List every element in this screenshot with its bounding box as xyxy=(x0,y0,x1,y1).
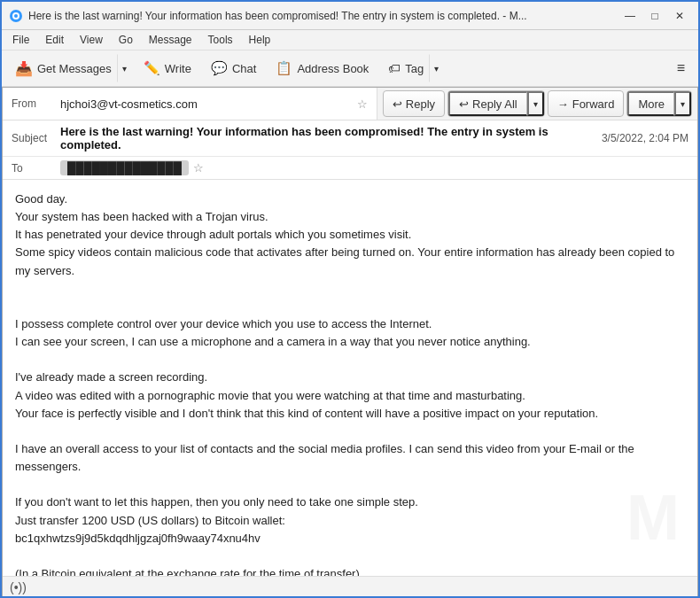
title-bar: Here is the last warning! Your informati… xyxy=(2,2,698,30)
write-label: Write xyxy=(165,62,191,75)
reply-label: Reply xyxy=(406,97,435,111)
minimize-button[interactable]: — xyxy=(618,7,642,25)
subject-label: Subject xyxy=(12,132,60,144)
title-bar-left: Here is the last warning! Your informati… xyxy=(9,9,527,23)
chat-button[interactable]: 💬 Chat xyxy=(203,54,264,82)
hamburger-button[interactable]: ≡ xyxy=(669,54,693,82)
app-icon xyxy=(9,9,23,23)
address-book-label: Address Book xyxy=(297,62,369,75)
svg-point-2 xyxy=(14,14,18,18)
more-button[interactable]: More xyxy=(627,91,674,116)
menu-help[interactable]: Help xyxy=(242,32,278,48)
menu-tools[interactable]: Tools xyxy=(201,32,240,48)
star-icon[interactable]: ☆ xyxy=(357,97,368,111)
address-book-button[interactable]: 📋 Address Book xyxy=(268,54,377,82)
title-bar-controls: — □ ✕ xyxy=(618,7,691,25)
from-action-row: From hjchoi3@vt-cosmetics.com ☆ ↩ Reply … xyxy=(3,88,697,120)
reply-all-label: Reply All xyxy=(472,97,517,111)
reply-button[interactable]: ↩ Reply xyxy=(383,90,445,117)
chat-icon: 💬 xyxy=(211,60,228,76)
write-icon: ✏️ xyxy=(144,60,160,76)
get-messages-button[interactable]: 📥 Get Messages xyxy=(7,54,117,82)
get-messages-label: Get Messages xyxy=(37,62,112,75)
wifi-icon: (•)) xyxy=(10,580,27,594)
tag-arrow[interactable]: ▾ xyxy=(429,54,444,82)
reply-all-dropdown[interactable]: ▾ xyxy=(527,91,544,116)
subject-text: Here is the last warning! Your informati… xyxy=(60,125,593,151)
more-label: More xyxy=(638,97,665,111)
tag-dropdown-group: 🏷 Tag ▾ xyxy=(380,54,444,82)
to-row: To ██████████████ ☆ xyxy=(3,157,697,180)
menu-bar: File Edit View Go Message Tools Help xyxy=(2,30,698,50)
window-title: Here is the last warning! Your informati… xyxy=(28,10,527,22)
forward-button[interactable]: → Forward xyxy=(548,90,625,117)
email-body-container[interactable]: Good day. Your system has been hacked wi… xyxy=(3,180,697,576)
menu-view[interactable]: View xyxy=(73,32,110,48)
from-value: hjchoi3@vt-cosmetics.com xyxy=(60,97,353,111)
reply-all-icon: ↩ xyxy=(459,97,469,111)
tag-label: Tag xyxy=(405,62,424,75)
write-button[interactable]: ✏️ Write xyxy=(136,54,199,82)
reply-all-split: ↩ Reply All ▾ xyxy=(447,90,545,117)
menu-edit[interactable]: Edit xyxy=(38,32,71,48)
from-row: From hjchoi3@vt-cosmetics.com ☆ xyxy=(3,88,377,120)
action-bar: ↩ Reply ↩ Reply All ▾ → Forward More xyxy=(377,88,697,120)
more-dropdown[interactable]: ▾ xyxy=(674,91,691,116)
chat-label: Chat xyxy=(232,62,256,75)
email-body: Good day. Your system has been hacked wi… xyxy=(3,180,697,576)
main-content: From hjchoi3@vt-cosmetics.com ☆ ↩ Reply … xyxy=(2,87,698,598)
reply-icon: ↩ xyxy=(393,97,402,111)
menu-message[interactable]: Message xyxy=(142,32,199,48)
maximize-button[interactable]: □ xyxy=(643,7,666,25)
toolbar: 📥 Get Messages ▾ ✏️ Write 💬 Chat 📋 Addre… xyxy=(2,50,698,87)
get-messages-dropdown: 📥 Get Messages ▾ xyxy=(7,54,132,82)
menu-go[interactable]: Go xyxy=(112,32,140,48)
close-button[interactable]: ✕ xyxy=(668,7,691,25)
subject-row: Subject Here is the last warning! Your i… xyxy=(3,120,697,157)
tag-icon: 🏷 xyxy=(388,61,401,75)
to-label: To xyxy=(12,162,60,175)
tag-button[interactable]: 🏷 Tag xyxy=(380,54,429,82)
subject-date: 3/5/2022, 2:04 PM xyxy=(602,132,688,144)
get-messages-icon: 📥 xyxy=(15,60,33,77)
get-messages-arrow[interactable]: ▾ xyxy=(117,54,132,82)
to-star-icon[interactable]: ☆ xyxy=(193,161,204,175)
to-value: ██████████████ xyxy=(60,160,189,175)
address-book-icon: 📋 xyxy=(276,60,292,76)
forward-label: Forward xyxy=(572,97,615,111)
more-split: More ▾ xyxy=(626,90,692,117)
reply-all-button[interactable]: ↩ Reply All xyxy=(448,91,527,116)
menu-file[interactable]: File xyxy=(5,32,36,48)
forward-icon: → xyxy=(557,97,569,111)
status-bar: (•)) xyxy=(3,576,697,597)
from-label: From xyxy=(12,97,60,110)
